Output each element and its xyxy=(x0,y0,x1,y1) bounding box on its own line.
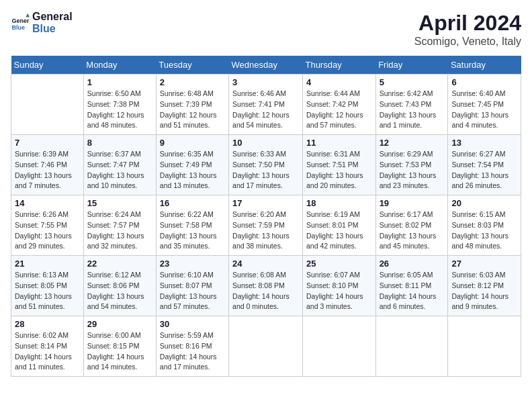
day-number: 12 xyxy=(380,138,445,148)
calendar-day-cell: 12Sunrise: 6:29 AM Sunset: 7:53 PM Dayli… xyxy=(375,135,448,195)
calendar-week-row: 28Sunrise: 6:02 AM Sunset: 8:14 PM Dayli… xyxy=(11,316,521,377)
weekday-header-cell: Friday xyxy=(375,56,448,75)
calendar-day-cell: 25Sunrise: 6:07 AM Sunset: 8:10 PM Dayli… xyxy=(302,256,375,316)
weekday-header-cell: Thursday xyxy=(302,56,375,75)
title-area: April 2024 Scomigo, Veneto, Italy xyxy=(414,11,521,48)
day-number: 20 xyxy=(451,198,517,208)
day-number: 8 xyxy=(87,138,152,148)
day-info: Sunrise: 6:40 AM Sunset: 7:45 PM Dayligh… xyxy=(451,89,517,131)
day-number: 26 xyxy=(380,259,445,269)
calendar-day-cell: 30Sunrise: 5:59 AM Sunset: 8:16 PM Dayli… xyxy=(156,316,228,377)
day-number: 25 xyxy=(306,259,372,269)
day-number: 19 xyxy=(380,198,445,208)
day-number: 11 xyxy=(306,138,372,148)
day-info: Sunrise: 6:08 AM Sunset: 8:08 PM Dayligh… xyxy=(232,270,299,312)
day-number: 17 xyxy=(232,198,299,208)
day-number: 27 xyxy=(451,259,517,269)
calendar-day-cell: 14Sunrise: 6:26 AM Sunset: 7:55 PM Dayli… xyxy=(11,195,84,256)
weekday-header-cell: Tuesday xyxy=(156,56,228,75)
day-info: Sunrise: 6:33 AM Sunset: 7:50 PM Dayligh… xyxy=(232,149,299,191)
location-title: Scomigo, Veneto, Italy xyxy=(414,36,521,48)
logo-line2: Blue xyxy=(32,23,73,35)
day-number: 29 xyxy=(87,319,152,329)
day-info: Sunrise: 6:17 AM Sunset: 8:02 PM Dayligh… xyxy=(380,210,445,252)
calendar-day-cell: 23Sunrise: 6:10 AM Sunset: 8:07 PM Dayli… xyxy=(156,256,228,316)
day-info: Sunrise: 6:19 AM Sunset: 8:01 PM Dayligh… xyxy=(306,210,372,252)
calendar-week-row: 7Sunrise: 6:39 AM Sunset: 7:46 PM Daylig… xyxy=(11,135,521,195)
weekday-header-cell: Wednesday xyxy=(229,56,303,75)
calendar-week-row: 1Sunrise: 6:50 AM Sunset: 7:38 PM Daylig… xyxy=(11,75,521,135)
day-info: Sunrise: 6:39 AM Sunset: 7:46 PM Dayligh… xyxy=(15,149,80,191)
day-number: 30 xyxy=(160,319,225,329)
weekday-header-cell: Monday xyxy=(83,56,156,75)
calendar-day-cell xyxy=(448,316,521,377)
day-info: Sunrise: 6:26 AM Sunset: 7:55 PM Dayligh… xyxy=(15,210,80,252)
svg-text:Blue: Blue xyxy=(11,24,25,30)
day-number: 14 xyxy=(15,198,80,208)
calendar-day-cell: 10Sunrise: 6:33 AM Sunset: 7:50 PM Dayli… xyxy=(229,135,303,195)
calendar-day-cell: 6Sunrise: 6:40 AM Sunset: 7:45 PM Daylig… xyxy=(448,75,521,135)
day-info: Sunrise: 6:00 AM Sunset: 8:15 PM Dayligh… xyxy=(87,330,152,373)
day-number: 7 xyxy=(15,138,80,148)
calendar-day-cell: 2Sunrise: 6:48 AM Sunset: 7:39 PM Daylig… xyxy=(156,75,228,135)
calendar-day-cell: 19Sunrise: 6:17 AM Sunset: 8:02 PM Dayli… xyxy=(375,195,448,256)
day-number: 3 xyxy=(232,77,299,87)
svg-marker-2 xyxy=(26,13,30,17)
day-info: Sunrise: 6:48 AM Sunset: 7:39 PM Dayligh… xyxy=(160,89,225,131)
calendar-day-cell: 9Sunrise: 6:35 AM Sunset: 7:49 PM Daylig… xyxy=(156,135,228,195)
day-info: Sunrise: 6:31 AM Sunset: 7:51 PM Dayligh… xyxy=(306,149,372,191)
day-info: Sunrise: 6:12 AM Sunset: 8:06 PM Dayligh… xyxy=(87,270,152,312)
calendar-day-cell: 29Sunrise: 6:00 AM Sunset: 8:15 PM Dayli… xyxy=(83,316,156,377)
day-info: Sunrise: 6:44 AM Sunset: 7:42 PM Dayligh… xyxy=(306,89,372,131)
logo: General Blue General Blue xyxy=(11,11,73,34)
logo-line1: General xyxy=(32,11,73,23)
day-number: 23 xyxy=(160,259,225,269)
calendar-day-cell: 27Sunrise: 6:03 AM Sunset: 8:12 PM Dayli… xyxy=(448,256,521,316)
day-info: Sunrise: 6:03 AM Sunset: 8:12 PM Dayligh… xyxy=(451,270,517,312)
day-number: 10 xyxy=(232,138,299,148)
calendar-day-cell: 15Sunrise: 6:24 AM Sunset: 7:57 PM Dayli… xyxy=(83,195,156,256)
day-number: 9 xyxy=(160,138,225,148)
day-info: Sunrise: 5:59 AM Sunset: 8:16 PM Dayligh… xyxy=(160,330,225,373)
day-info: Sunrise: 6:10 AM Sunset: 8:07 PM Dayligh… xyxy=(160,270,225,312)
calendar-day-cell: 5Sunrise: 6:42 AM Sunset: 7:43 PM Daylig… xyxy=(375,75,448,135)
weekday-header-cell: Sunday xyxy=(11,56,84,75)
day-info: Sunrise: 6:42 AM Sunset: 7:43 PM Dayligh… xyxy=(380,89,445,131)
calendar-day-cell: 8Sunrise: 6:37 AM Sunset: 7:47 PM Daylig… xyxy=(83,135,156,195)
day-info: Sunrise: 6:35 AM Sunset: 7:49 PM Dayligh… xyxy=(160,149,225,191)
calendar-day-cell: 13Sunrise: 6:27 AM Sunset: 7:54 PM Dayli… xyxy=(448,135,521,195)
day-info: Sunrise: 6:07 AM Sunset: 8:10 PM Dayligh… xyxy=(306,270,372,312)
day-info: Sunrise: 6:13 AM Sunset: 8:05 PM Dayligh… xyxy=(15,270,80,312)
svg-text:General: General xyxy=(11,17,30,24)
day-info: Sunrise: 6:20 AM Sunset: 7:59 PM Dayligh… xyxy=(232,210,299,252)
calendar-day-cell: 11Sunrise: 6:31 AM Sunset: 7:51 PM Dayli… xyxy=(302,135,375,195)
day-number: 1 xyxy=(87,77,152,87)
calendar-day-cell: 28Sunrise: 6:02 AM Sunset: 8:14 PM Dayli… xyxy=(11,316,84,377)
day-info: Sunrise: 6:15 AM Sunset: 8:03 PM Dayligh… xyxy=(451,210,517,252)
day-number: 5 xyxy=(380,77,445,87)
day-number: 28 xyxy=(15,319,80,329)
calendar-day-cell: 17Sunrise: 6:20 AM Sunset: 7:59 PM Dayli… xyxy=(229,195,303,256)
day-info: Sunrise: 6:24 AM Sunset: 7:57 PM Dayligh… xyxy=(87,210,152,252)
calendar-table: SundayMondayTuesdayWednesdayThursdayFrid… xyxy=(11,56,521,377)
day-info: Sunrise: 6:37 AM Sunset: 7:47 PM Dayligh… xyxy=(87,149,152,191)
calendar-week-row: 14Sunrise: 6:26 AM Sunset: 7:55 PM Dayli… xyxy=(11,195,521,256)
calendar-day-cell xyxy=(229,316,303,377)
day-info: Sunrise: 6:22 AM Sunset: 7:58 PM Dayligh… xyxy=(160,210,225,252)
calendar-day-cell xyxy=(375,316,448,377)
day-number: 2 xyxy=(160,77,225,87)
day-info: Sunrise: 6:05 AM Sunset: 8:11 PM Dayligh… xyxy=(380,270,445,312)
calendar-day-cell: 18Sunrise: 6:19 AM Sunset: 8:01 PM Dayli… xyxy=(302,195,375,256)
calendar-day-cell: 21Sunrise: 6:13 AM Sunset: 8:05 PM Dayli… xyxy=(11,256,84,316)
calendar-day-cell xyxy=(302,316,375,377)
calendar-day-cell: 4Sunrise: 6:44 AM Sunset: 7:42 PM Daylig… xyxy=(302,75,375,135)
calendar-body: 1Sunrise: 6:50 AM Sunset: 7:38 PM Daylig… xyxy=(11,75,521,377)
day-number: 16 xyxy=(160,198,225,208)
day-number: 22 xyxy=(87,259,152,269)
day-number: 13 xyxy=(451,138,517,148)
calendar-day-cell: 16Sunrise: 6:22 AM Sunset: 7:58 PM Dayli… xyxy=(156,195,228,256)
calendar-day-cell xyxy=(11,75,84,135)
logo-icon: General Blue xyxy=(11,13,30,32)
day-info: Sunrise: 6:02 AM Sunset: 8:14 PM Dayligh… xyxy=(15,330,80,373)
day-number: 24 xyxy=(232,259,299,269)
